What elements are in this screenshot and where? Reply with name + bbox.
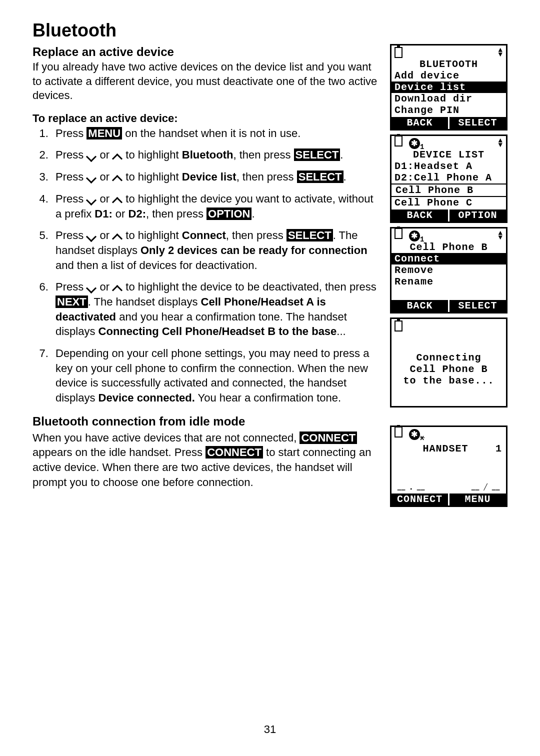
softkey-option: OPTION	[450, 210, 506, 222]
softkey-back: BACK	[392, 210, 448, 222]
idle-paragraph: When you have active devices that are no…	[32, 430, 379, 490]
section-heading-idle: Bluetooth connection from idle mode	[32, 414, 379, 428]
handset-label: HANDSET	[422, 443, 468, 454]
page-number: 31	[0, 723, 540, 736]
step-2: Press or to highlight Bluetooth, then pr…	[52, 148, 379, 162]
step-1: Press MENU on the handset when it is not…	[52, 126, 379, 141]
select-button-label: SELECT	[294, 148, 340, 161]
page-title: Bluetooth	[32, 20, 379, 41]
battery-icon	[394, 320, 402, 332]
chevron-down-icon	[86, 196, 96, 202]
bluetooth-icon	[409, 138, 420, 149]
battery-icon	[394, 228, 402, 239]
next-button-label: NEXT	[56, 296, 88, 308]
step-7: Depending on your cell phone settings, y…	[52, 346, 379, 406]
chevron-up-icon	[112, 284, 122, 290]
device-item: D2:Cell Phone A	[392, 172, 506, 184]
lcd-title: BLUETOOTH	[392, 58, 506, 70]
softkey-menu: MENU	[450, 494, 506, 506]
step-4: Press or to highlight the device you wan…	[52, 192, 379, 221]
connect-button-label: CONNECT	[206, 446, 263, 458]
device-item: D1:Headset A	[392, 160, 506, 172]
menu-item-selected: Device list	[392, 82, 506, 93]
step-5: Press or to highlight Connect, then pres…	[52, 228, 379, 272]
scroll-arrows-icon	[498, 138, 503, 148]
steps-heading: To replace an active device:	[32, 112, 379, 125]
option-item: Rename	[392, 276, 506, 288]
option-item-selected: Connect	[392, 253, 506, 264]
intro-paragraph: If you already have two active devices o…	[32, 60, 379, 103]
battery-icon	[394, 426, 402, 438]
softkey-back: BACK	[392, 117, 448, 129]
device-item-highlighted: Cell Phone B	[390, 184, 507, 197]
select-button-label: SELECT	[286, 229, 333, 242]
status-line: Connecting	[392, 352, 506, 364]
chevron-up-icon	[112, 174, 122, 180]
lcd-device-list: 1 DEVICE LIST D1:Headset A D2:Cell Phone…	[390, 134, 508, 223]
softkey-connect: CONNECT	[392, 494, 448, 506]
bluetooth-disconnected-icon	[409, 429, 420, 440]
battery-icon	[394, 47, 402, 58]
step-6: Press or to highlight the device to be d…	[52, 280, 379, 339]
lcd-device-options: 1 Cell Phone B Connect Remove Rename BAC…	[390, 227, 508, 314]
section-heading-replace: Replace an active device	[32, 45, 379, 59]
connect-button-label: CONNECT	[300, 432, 357, 444]
chevron-up-icon	[112, 233, 122, 239]
chevron-up-icon	[112, 196, 122, 202]
device-item: Cell Phone C	[392, 197, 506, 208]
softkey-back: BACK	[392, 300, 448, 312]
option-button-label: OPTION	[206, 208, 252, 220]
option-item: Remove	[392, 264, 506, 276]
chevron-down-icon	[86, 284, 96, 290]
menu-button-label: MENU	[86, 127, 122, 140]
menu-item: Add device	[392, 70, 506, 82]
select-button-label: SELECT	[297, 170, 344, 183]
chevron-down-icon	[86, 153, 96, 159]
bluetooth-icon	[409, 230, 420, 242]
lcd-bluetooth-menu: BLUETOOTH Add device Device list Downloa…	[390, 44, 508, 130]
menu-item: Download dir	[392, 93, 506, 104]
chevron-down-icon	[86, 174, 96, 180]
lcd-idle: x HANDSET 1 ⎯⎯ ▪ ⎯⎯⎯⎯ ╱ ⎯⎯ CONNECT MENU	[390, 426, 508, 507]
scroll-arrows-icon	[498, 48, 503, 57]
softkey-select: SELECT	[450, 300, 506, 312]
handset-number: 1	[496, 443, 502, 454]
signal-dashes: ⎯⎯ ▪ ⎯⎯⎯⎯ ╱ ⎯⎯	[392, 484, 506, 492]
chevron-down-icon	[86, 233, 96, 239]
softkey-select: SELECT	[450, 117, 506, 129]
status-line: to the base...	[392, 375, 506, 386]
bt-disconnected-sub: x	[420, 434, 424, 442]
chevron-up-icon	[112, 153, 122, 159]
battery-icon	[394, 136, 402, 146]
status-line: Cell Phone B	[392, 364, 506, 375]
step-3: Press or to highlight Device list, then …	[52, 170, 379, 184]
lcd-connecting: Connecting Cell Phone B to the base...	[390, 318, 508, 408]
menu-item: Change PIN	[392, 104, 506, 116]
steps-list: Press MENU on the handset when it is not…	[32, 126, 379, 406]
scroll-arrows-icon	[498, 231, 503, 240]
